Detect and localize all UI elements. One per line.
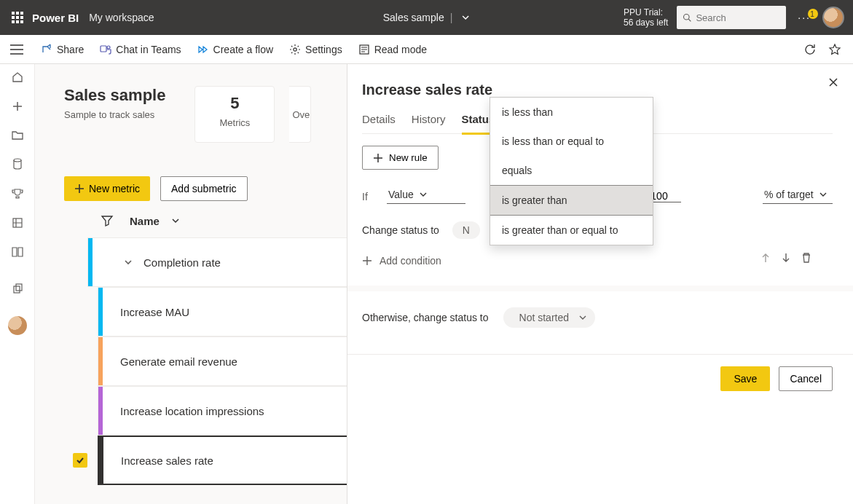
operator-option[interactable]: is less than bbox=[490, 98, 653, 127]
workspace-name[interactable]: My workspace bbox=[89, 12, 154, 23]
change-status-label: Change status to bbox=[362, 224, 439, 236]
metric-row-label: Generate email revenue bbox=[120, 355, 237, 368]
brand-label: Power BI bbox=[32, 12, 79, 24]
new-metric-label: New metric bbox=[89, 183, 140, 194]
data-icon[interactable] bbox=[10, 157, 25, 172]
settings-button[interactable]: Settings bbox=[289, 44, 342, 55]
left-nav-rail bbox=[0, 64, 35, 504]
operator-option[interactable]: is greater than or equal to bbox=[490, 216, 653, 245]
refresh-icon[interactable] bbox=[803, 43, 817, 56]
otherwise-status-dropdown[interactable]: Not started bbox=[503, 307, 595, 328]
row-selected-check bbox=[73, 453, 87, 468]
more-button[interactable]: ··· 1 bbox=[795, 12, 814, 23]
hamburger-icon[interactable] bbox=[10, 44, 23, 55]
search-box[interactable] bbox=[677, 6, 786, 29]
rail-avatar[interactable] bbox=[8, 316, 27, 335]
close-icon bbox=[828, 77, 838, 87]
command-bar: Share Chat in Teams Create a flow Settin… bbox=[0, 35, 853, 64]
add-condition-label: Add condition bbox=[380, 255, 441, 267]
unit-dropdown-label: % of target bbox=[764, 189, 814, 200]
top-app-bar: Power BI My workspace Sales sample | PPU… bbox=[0, 0, 853, 35]
tab-details[interactable]: Details bbox=[362, 113, 396, 133]
delete-icon[interactable] bbox=[801, 252, 812, 264]
plus-icon bbox=[362, 256, 372, 266]
copy-icon[interactable] bbox=[10, 281, 25, 296]
new-rule-button[interactable]: New rule bbox=[362, 146, 439, 170]
cancel-button[interactable]: Cancel bbox=[779, 366, 833, 391]
book-icon[interactable] bbox=[10, 245, 25, 259]
flow-icon bbox=[197, 44, 209, 55]
chevron-down-icon bbox=[420, 191, 427, 198]
user-avatar[interactable] bbox=[822, 7, 844, 28]
app-launcher-icon[interactable] bbox=[6, 6, 29, 29]
svg-rect-9 bbox=[16, 284, 22, 291]
add-icon[interactable] bbox=[10, 99, 25, 114]
new-metric-button[interactable]: New metric bbox=[64, 176, 150, 201]
search-icon bbox=[683, 12, 691, 23]
trial-line2: 56 days left bbox=[624, 17, 668, 28]
plus-icon bbox=[74, 184, 84, 194]
operator-dropdown-menu: is less than is less than or equal to eq… bbox=[490, 97, 653, 245]
breadcrumb-label: Sales sample bbox=[383, 12, 444, 23]
otherwise-status-value: Not started bbox=[519, 312, 569, 323]
metric-row-label: Increase location impressions bbox=[120, 405, 264, 417]
overdue-card-partial[interactable]: Ove bbox=[289, 86, 311, 143]
breadcrumb[interactable]: Sales sample | bbox=[383, 12, 471, 23]
change-status-value: N bbox=[463, 224, 470, 236]
favorite-star-icon[interactable] bbox=[828, 43, 841, 56]
filter-icon[interactable] bbox=[101, 214, 114, 227]
metrics-count-label: Metrics bbox=[195, 117, 274, 128]
flow-label: Create a flow bbox=[213, 44, 273, 55]
svg-line-1 bbox=[689, 19, 691, 21]
chevron-down-icon[interactable] bbox=[123, 257, 133, 267]
more-badge: 1 bbox=[808, 9, 818, 19]
move-up-icon[interactable] bbox=[760, 252, 771, 264]
close-button[interactable] bbox=[828, 77, 838, 87]
teams-icon bbox=[100, 44, 111, 55]
metric-row-label: Increase sales rate bbox=[121, 454, 213, 467]
name-column-header[interactable]: Name bbox=[130, 215, 160, 227]
chevron-down-icon bbox=[579, 314, 586, 321]
pane-title: Increase sales rate bbox=[362, 82, 833, 98]
breadcrumb-divider: | bbox=[450, 12, 453, 23]
trophy-icon[interactable] bbox=[10, 186, 25, 201]
tasks-icon[interactable] bbox=[10, 216, 25, 230]
search-input[interactable] bbox=[696, 12, 780, 23]
if-label: If bbox=[362, 191, 374, 202]
trial-line1: PPU Trial: bbox=[624, 7, 668, 17]
chevron-down-icon[interactable] bbox=[171, 216, 180, 225]
tab-history[interactable]: History bbox=[412, 113, 446, 133]
overdue-label-partial: Ove bbox=[292, 109, 310, 120]
operator-option[interactable]: is less than or equal to bbox=[490, 127, 653, 156]
value-dropdown-label: Value bbox=[388, 189, 414, 200]
read-label: Read mode bbox=[374, 44, 427, 55]
chevron-down-icon[interactable] bbox=[461, 13, 470, 22]
unit-dropdown[interactable]: % of target bbox=[763, 189, 833, 204]
read-mode-button[interactable]: Read mode bbox=[358, 44, 427, 55]
metrics-count-card[interactable]: 5 Metrics bbox=[194, 86, 275, 143]
otherwise-label: Otherwise, change status to bbox=[362, 312, 489, 323]
folder-icon[interactable] bbox=[10, 128, 25, 143]
svg-rect-8 bbox=[14, 286, 20, 293]
svg-point-6 bbox=[14, 159, 21, 162]
svg-point-4 bbox=[294, 47, 296, 50]
share-button[interactable]: Share bbox=[41, 44, 84, 55]
home-icon[interactable] bbox=[10, 70, 25, 84]
save-button[interactable]: Save bbox=[720, 366, 770, 391]
read-icon bbox=[358, 44, 370, 55]
create-flow-button[interactable]: Create a flow bbox=[197, 44, 273, 55]
svg-rect-2 bbox=[101, 46, 106, 52]
operator-option-selected[interactable]: is greater than bbox=[490, 185, 653, 216]
metrics-count-value: 5 bbox=[195, 94, 274, 113]
add-submetric-button[interactable]: Add submetric bbox=[160, 176, 247, 201]
plus-icon bbox=[373, 153, 383, 163]
trial-status: PPU Trial: 56 days left bbox=[624, 7, 668, 28]
change-status-dropdown[interactable]: N bbox=[452, 221, 480, 239]
page-title: Sales sample bbox=[64, 86, 165, 105]
settings-label: Settings bbox=[305, 44, 342, 55]
value-dropdown[interactable]: Value bbox=[387, 189, 465, 204]
operator-option[interactable]: equals bbox=[490, 156, 653, 185]
chevron-down-icon bbox=[819, 191, 827, 198]
move-down-icon[interactable] bbox=[780, 252, 792, 264]
chat-teams-button[interactable]: Chat in Teams bbox=[100, 44, 181, 55]
